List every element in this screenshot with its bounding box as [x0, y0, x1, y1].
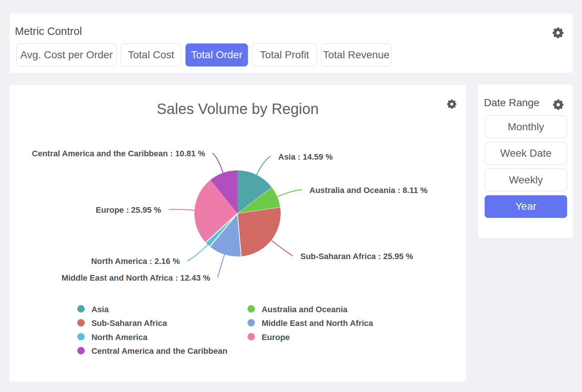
pie-label: Europe : 25.95 % — [96, 205, 161, 215]
legend-label[interactable]: Central America and the Caribbean — [91, 346, 227, 356]
date-range-title: Date Range — [484, 98, 539, 108]
dashboard: Metric Control Avg. Cost per OrderTotal … — [0, 0, 582, 392]
legend-label[interactable]: Australia and Oceania — [262, 305, 348, 314]
metric-button-avg-cost-per-order[interactable]: Avg. Cost per Order — [16, 43, 117, 66]
metric-button-total-revenue[interactable]: Total Revenue — [321, 43, 391, 66]
legend-dot[interactable] — [248, 305, 255, 313]
metric-button-total-order[interactable]: Total Order — [185, 43, 248, 66]
gear-icon[interactable] — [553, 27, 563, 38]
legend-dot[interactable] — [77, 333, 85, 340]
legend-label[interactable]: North America — [91, 333, 148, 342]
metric-control-panel: Metric Control Avg. Cost per OrderTotal … — [10, 13, 573, 73]
metric-button-total-cost[interactable]: Total Cost — [121, 43, 181, 66]
pie-label-line — [169, 209, 195, 210]
legend-label[interactable]: Sub-Saharan Africa — [91, 318, 167, 328]
legend-dot[interactable] — [248, 319, 255, 327]
legend-dot[interactable] — [77, 347, 85, 355]
pie-label: Sub-Saharan Africa : 25.95 % — [300, 252, 413, 261]
pie-chart: Asia : 14.59 %Australia and Oceania : 8.… — [9, 85, 466, 382]
legend-dot[interactable] — [77, 305, 85, 313]
pie-label: Middle East and North Africa : 12.43 % — [61, 273, 210, 282]
date-button-monthly[interactable]: Monthly — [485, 115, 567, 138]
legend-label[interactable]: Europe — [262, 333, 290, 342]
metric-control-title: Metric Control — [15, 26, 82, 37]
date-button-week-date[interactable]: Week Date — [485, 142, 567, 165]
pie-slice-sub-saharan-africa[interactable] — [237, 207, 281, 256]
gear-icon[interactable] — [553, 99, 563, 110]
legend-label[interactable]: Asia — [91, 305, 109, 314]
date-range-panel: Date Range MonthlyWeek DateWeeklyYear — [478, 85, 573, 238]
date-button-year[interactable]: Year — [485, 195, 567, 218]
pie-label: Central America and the Caribbean : 10.8… — [32, 149, 205, 158]
pie-label-line — [256, 156, 271, 175]
pie-label-line — [218, 255, 224, 278]
legend-dot[interactable] — [77, 319, 85, 327]
date-button-weekly[interactable]: Weekly — [485, 169, 567, 191]
pie-label: Australia and Oceania : 8.11 % — [310, 186, 428, 195]
chart-panel: Sales Volume by Region Asia : 14.59 %Aus… — [9, 85, 466, 382]
legend-label[interactable]: Middle East and North Africa — [262, 318, 374, 328]
pie-label: Asia : 14.59 % — [278, 152, 333, 161]
pie-label-line — [277, 190, 302, 197]
metric-button-total-profit[interactable]: Total Profit — [252, 43, 317, 66]
date-buttons-group: MonthlyWeek DateWeeklyYear — [485, 115, 567, 218]
legend-dot[interactable] — [248, 333, 255, 340]
pie-label-line — [187, 245, 208, 261]
pie-label-line — [213, 153, 223, 173]
metric-buttons-group: Avg. Cost per OrderTotal CostTotal Order… — [16, 43, 391, 66]
pie-label-line — [271, 240, 293, 256]
pie-label: North America : 2.16 % — [91, 257, 180, 266]
